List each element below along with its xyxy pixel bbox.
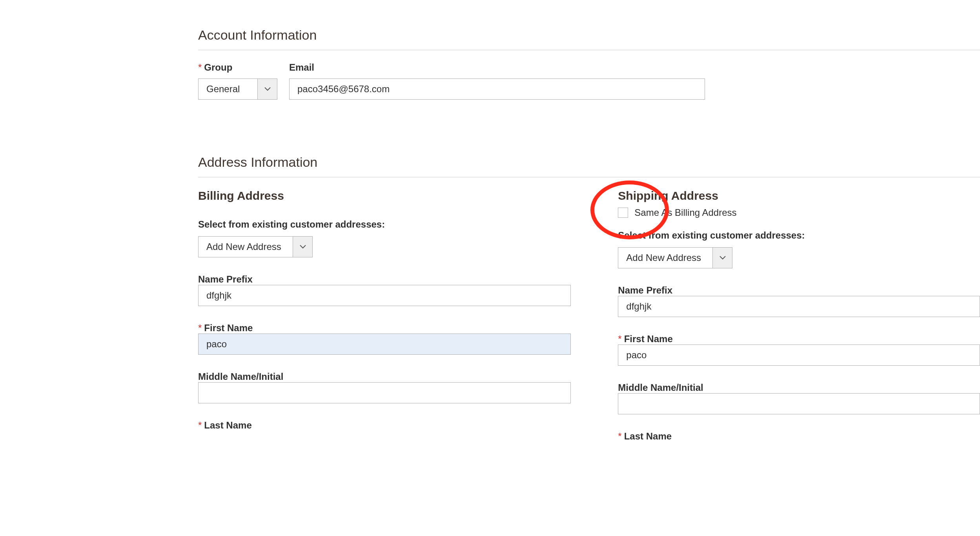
- shipping-name-prefix-label: Name Prefix: [618, 285, 672, 295]
- account-information-heading: Account Information: [198, 27, 980, 50]
- billing-address-select[interactable]: Add New Address: [198, 236, 313, 257]
- group-select-value: General: [199, 79, 257, 99]
- billing-first-name-input[interactable]: [198, 334, 571, 355]
- email-input[interactable]: [289, 78, 705, 100]
- billing-name-prefix-input[interactable]: [198, 285, 571, 306]
- shipping-name-prefix-block: Name Prefix: [618, 285, 980, 317]
- shipping-first-name-block: *First Name: [618, 334, 980, 366]
- billing-first-name-block: *First Name: [198, 323, 571, 355]
- shipping-last-name-label-text: Last Name: [624, 431, 672, 441]
- group-label: *Group: [198, 62, 277, 73]
- billing-address-heading: Billing Address: [198, 189, 571, 202]
- chevron-down-icon: [720, 256, 726, 260]
- shipping-first-name-label: *First Name: [618, 334, 672, 344]
- billing-address-select-trigger[interactable]: [293, 237, 312, 257]
- billing-first-name-label: *First Name: [198, 323, 253, 333]
- required-asterisk-icon: *: [618, 334, 621, 344]
- shipping-address-column: Shipping Address Same As Billing Address…: [618, 189, 980, 458]
- shipping-first-name-input[interactable]: [618, 345, 980, 366]
- address-columns: Billing Address Select from existing cus…: [198, 189, 980, 458]
- billing-last-name-label: *Last Name: [198, 420, 252, 430]
- account-info-row: *Group General Email: [198, 62, 980, 100]
- address-information-heading: Address Information: [198, 155, 980, 177]
- billing-first-name-label-text: First Name: [204, 323, 253, 333]
- billing-last-name-block: *Last Name: [198, 420, 571, 431]
- billing-name-prefix-block: Name Prefix: [198, 274, 571, 306]
- billing-select-existing-label: Select from existing customer addresses:: [198, 219, 571, 230]
- shipping-first-name-label-text: First Name: [624, 334, 673, 344]
- billing-middle-name-input[interactable]: [198, 382, 571, 403]
- group-field: *Group General: [198, 62, 277, 100]
- shipping-address-select-trigger[interactable]: [712, 248, 732, 268]
- group-select-trigger[interactable]: [257, 79, 277, 99]
- email-label: Email: [289, 62, 705, 73]
- shipping-address-select[interactable]: Add New Address: [618, 247, 732, 268]
- shipping-address-heading: Shipping Address: [618, 189, 980, 202]
- shipping-name-prefix-input[interactable]: [618, 296, 980, 317]
- required-asterisk-icon: *: [198, 323, 202, 333]
- required-asterisk-icon: *: [198, 62, 202, 73]
- chevron-down-icon: [300, 245, 306, 249]
- billing-address-select-value: Add New Address: [199, 237, 293, 257]
- required-asterisk-icon: *: [618, 431, 621, 441]
- same-as-billing-label: Same As Billing Address: [634, 207, 736, 218]
- email-field: Email: [289, 62, 705, 100]
- shipping-select-existing-block: Select from existing customer addresses:…: [618, 230, 980, 268]
- same-as-billing-row: Same As Billing Address: [618, 207, 980, 218]
- shipping-middle-name-input[interactable]: [618, 393, 980, 414]
- billing-address-column: Billing Address Select from existing cus…: [198, 189, 571, 458]
- group-select[interactable]: General: [198, 78, 277, 100]
- required-asterisk-icon: *: [198, 420, 202, 430]
- shipping-last-name-label: *Last Name: [618, 431, 672, 441]
- same-as-billing-checkbox[interactable]: [618, 208, 628, 218]
- shipping-address-select-value: Add New Address: [618, 248, 712, 268]
- billing-last-name-label-text: Last Name: [204, 420, 251, 430]
- billing-middle-name-label: Middle Name/Initial: [198, 371, 283, 382]
- group-label-text: Group: [204, 62, 232, 73]
- billing-select-existing-block: Select from existing customer addresses:…: [198, 219, 571, 257]
- shipping-last-name-block: *Last Name: [618, 431, 980, 442]
- shipping-middle-name-label: Middle Name/Initial: [618, 382, 703, 393]
- chevron-down-icon: [264, 87, 271, 91]
- billing-middle-name-block: Middle Name/Initial: [198, 371, 571, 403]
- shipping-middle-name-block: Middle Name/Initial: [618, 382, 980, 414]
- shipping-select-existing-label: Select from existing customer addresses:: [618, 230, 980, 241]
- billing-name-prefix-label: Name Prefix: [198, 274, 253, 284]
